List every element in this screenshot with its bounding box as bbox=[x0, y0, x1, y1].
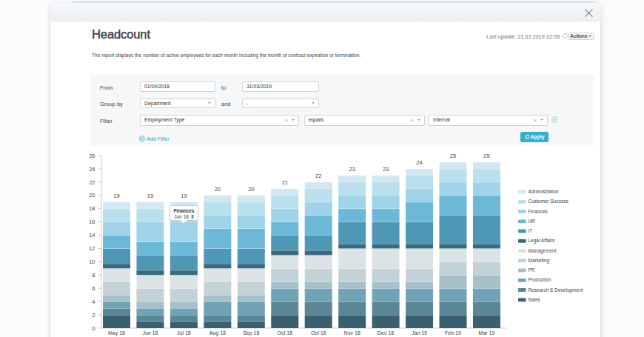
svg-text:20: 20 bbox=[89, 192, 95, 198]
svg-text:24: 24 bbox=[416, 159, 422, 166]
svg-text:19: 19 bbox=[181, 193, 187, 199]
svg-text:4: 4 bbox=[92, 298, 95, 305]
svg-text:19: 19 bbox=[147, 193, 153, 199]
svg-text:Management: Management bbox=[529, 248, 557, 254]
svg-text:Aug 18: Aug 18 bbox=[209, 330, 226, 336]
svg-text:Dec 18: Dec 18 bbox=[378, 330, 394, 336]
svg-text:Nov 18: Nov 18 bbox=[344, 330, 360, 336]
svg-text:0: 0 bbox=[92, 325, 95, 332]
svg-text:Feb 19: Feb 19 bbox=[445, 330, 461, 336]
svg-text:16: 16 bbox=[89, 218, 95, 225]
svg-text:21: 21 bbox=[282, 179, 288, 186]
svg-text:Jun 18: Jun 18 bbox=[142, 330, 158, 336]
svg-text:23: 23 bbox=[383, 166, 389, 173]
svg-text:23: 23 bbox=[349, 166, 355, 173]
svg-text:24: 24 bbox=[89, 166, 95, 173]
svg-text:Administration: Administration bbox=[529, 189, 560, 194]
svg-text:Mar 19: Mar 19 bbox=[479, 330, 495, 336]
svg-text:2: 2 bbox=[92, 312, 95, 318]
svg-text:Oct 18: Oct 18 bbox=[277, 330, 292, 336]
svg-text:19: 19 bbox=[113, 193, 119, 199]
svg-text:10: 10 bbox=[89, 258, 95, 265]
svg-text:8: 8 bbox=[92, 272, 95, 278]
svg-text:Production: Production bbox=[529, 277, 551, 282]
svg-text:Jul 18: Jul 18 bbox=[177, 330, 191, 336]
svg-text:Jan 19: Jan 19 bbox=[412, 330, 427, 336]
svg-text:May 18: May 18 bbox=[108, 330, 125, 336]
svg-text:Research & Development: Research & Development bbox=[529, 287, 583, 293]
svg-text:12: 12 bbox=[89, 245, 95, 252]
svg-text:Finances: Finances bbox=[529, 209, 549, 214]
svg-text:14: 14 bbox=[89, 232, 95, 238]
svg-text:Sep 18: Sep 18 bbox=[243, 330, 259, 336]
svg-text:6: 6 bbox=[92, 285, 95, 292]
svg-text:Sales: Sales bbox=[529, 297, 541, 302]
svg-text:Marketing: Marketing bbox=[529, 258, 550, 264]
svg-text:Legal Affairs: Legal Affairs bbox=[529, 238, 555, 244]
svg-text:22: 22 bbox=[315, 173, 321, 179]
svg-text:Customer Success: Customer Success bbox=[529, 198, 569, 204]
svg-text:22: 22 bbox=[89, 179, 95, 186]
svg-text:26: 26 bbox=[89, 153, 95, 159]
svg-text:18: 18 bbox=[89, 205, 95, 212]
svg-text:PR: PR bbox=[529, 267, 535, 273]
svg-text:20: 20 bbox=[215, 186, 221, 193]
svg-text:25: 25 bbox=[450, 153, 456, 159]
svg-text:20: 20 bbox=[248, 186, 254, 193]
svg-text:HR: HR bbox=[529, 218, 536, 224]
svg-text:IT: IT bbox=[529, 228, 533, 233]
svg-text:25: 25 bbox=[483, 153, 489, 159]
svg-text:Oct 18: Oct 18 bbox=[311, 330, 326, 336]
